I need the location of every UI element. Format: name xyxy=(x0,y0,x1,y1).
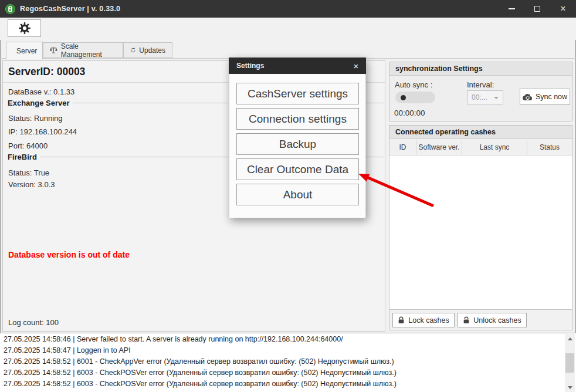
cashes-panel-title: Connected operating cashes xyxy=(389,126,572,139)
log-entry: 27.05.2025 14:58:52 | 6001 - CheckAppVer… xyxy=(4,357,394,366)
unlock-cashes-label: Unlock cashes xyxy=(473,316,521,325)
log-scrollbar[interactable] xyxy=(565,334,575,392)
close-icon: × xyxy=(560,4,565,13)
lock-cashes-label: Lock cashes xyxy=(408,316,449,325)
tab-updates[interactable]: Updates xyxy=(123,42,172,58)
toggle-knob-icon xyxy=(401,95,406,100)
arrow-up-icon xyxy=(568,337,572,340)
about-button[interactable]: About xyxy=(236,184,359,205)
sync-now-label: Sync now xyxy=(536,93,567,101)
backup-button[interactable]: Backup xyxy=(236,133,359,155)
exchange-port: Port: 64000 xyxy=(8,141,48,150)
cloud-sync-icon xyxy=(523,93,533,101)
firebird-version: Version: 3.0.3 xyxy=(8,180,55,189)
connection-settings-button[interactable]: Connection settings xyxy=(236,108,359,130)
log-area[interactable]: 27.05.2025 14:58:46 | Server failed to s… xyxy=(0,333,576,392)
exchange-status: Status: Running xyxy=(8,114,63,123)
tab-updates-label: Updates xyxy=(139,46,165,55)
interval-label: Interval: xyxy=(467,80,494,89)
sync-timer: 00:00:00 xyxy=(394,109,425,117)
minimize-button[interactable] xyxy=(499,0,524,18)
sync-now-button[interactable]: Sync now xyxy=(520,89,570,105)
log-count: Log count: 100 xyxy=(8,318,59,327)
maximize-icon xyxy=(534,6,540,12)
tab-scale-label: Scale Management xyxy=(61,42,116,59)
tab-server[interactable]: Server xyxy=(6,42,43,59)
arrow-down-icon xyxy=(568,386,572,389)
firebird-title: FireBird xyxy=(8,153,37,161)
settings-dialog: Settings × CashServer settings Connectio… xyxy=(229,58,366,218)
settings-dialog-title: Settings xyxy=(236,62,264,70)
log-entry: 27.05.2025 14:58:47 | Loggen in to API xyxy=(4,346,131,354)
chevron-down-icon xyxy=(494,97,499,99)
scroll-up-button[interactable] xyxy=(565,334,575,343)
maximize-button[interactable] xyxy=(524,0,550,18)
interval-dropdown[interactable]: 00:... xyxy=(467,90,503,104)
gear-icon xyxy=(18,22,31,35)
toolbar xyxy=(0,18,576,40)
cashserver-settings-button[interactable]: CashServer settings xyxy=(236,83,359,104)
settings-dialog-body: CashServer settings Connection settings … xyxy=(229,74,366,218)
regos-cash-server-window: RegosCashServer | v. 0.33.0 × xyxy=(0,0,576,392)
exchange-server-title: Exchange Server xyxy=(8,99,70,107)
lock-open-icon xyxy=(463,316,470,324)
app-logo-icon xyxy=(5,4,15,14)
scrollbar-thumb[interactable] xyxy=(565,353,574,373)
sync-panel-title: synchronization Settings xyxy=(389,62,572,76)
scale-icon xyxy=(50,46,57,54)
auto-sync-label: Auto sync : xyxy=(395,80,432,89)
close-button[interactable]: × xyxy=(550,0,576,18)
log-entry: 27.05.2025 14:58:52 | 6003 - CheckPOSVer… xyxy=(4,369,397,377)
tab-server-label: Server xyxy=(16,47,37,55)
close-icon: × xyxy=(354,61,359,71)
synchronization-settings-panel: synchronization Settings Auto sync : 00:… xyxy=(389,62,572,121)
cashes-table-body xyxy=(389,156,572,310)
lock-closed-icon xyxy=(398,316,405,324)
settings-gear-button[interactable] xyxy=(8,19,41,37)
clear-outcome-data-button[interactable]: Clear Outcome Data xyxy=(236,158,359,180)
column-software: Software ver. xyxy=(416,140,462,155)
database-version: DataBase v.: 0.1.33 xyxy=(8,87,74,96)
unlock-cashes-button[interactable]: Unlock cashes xyxy=(458,313,527,327)
tab-scale-management[interactable]: Scale Management xyxy=(43,42,123,58)
window-title: RegosCashServer | v. 0.33.0 xyxy=(20,5,120,13)
log-entry: 27.05.2025 14:58:46 | Server failed to s… xyxy=(4,335,343,343)
server-id: ServerID: 00003 xyxy=(8,66,85,78)
interval-value: 00:... xyxy=(472,93,487,102)
refresh-icon xyxy=(130,46,135,54)
database-outdated-warning: Database version is out of date xyxy=(8,250,130,259)
exchange-ip: IP: 192.168.100.244 xyxy=(8,127,77,136)
lock-cashes-button[interactable]: Lock cashes xyxy=(392,313,455,327)
scroll-down-button[interactable] xyxy=(565,383,575,392)
column-last-sync: Last sync xyxy=(462,140,527,155)
column-status: Status xyxy=(527,140,572,155)
minimize-icon xyxy=(509,8,515,9)
cashes-table-header: ID Software ver. Last sync Status xyxy=(389,140,572,156)
title-bar: RegosCashServer | v. 0.33.0 × xyxy=(0,0,576,18)
log-entry: 27.05.2025 14:58:52 | 6003 - CheckPOSVer… xyxy=(4,380,397,388)
window-controls: × xyxy=(499,0,576,18)
column-id: ID xyxy=(389,140,416,155)
settings-close-button[interactable]: × xyxy=(346,58,366,74)
firebird-status: Status: True xyxy=(8,168,49,177)
settings-dialog-header[interactable]: Settings × xyxy=(229,58,366,74)
connected-cashes-panel: Connected operating cashes ID Software v… xyxy=(389,125,572,330)
auto-sync-toggle[interactable] xyxy=(395,92,435,103)
